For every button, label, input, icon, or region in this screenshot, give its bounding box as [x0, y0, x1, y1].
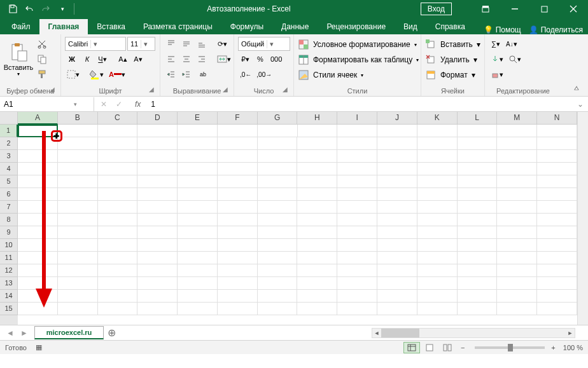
cell[interactable] — [178, 239, 218, 252]
expand-formula-icon[interactable]: ⌄ — [573, 100, 588, 109]
dialog-launcher-icon[interactable]: ◢ — [281, 86, 290, 95]
cell[interactable] — [377, 137, 417, 150]
save-icon[interactable] — [5, 1, 20, 17]
cell[interactable] — [58, 303, 98, 315]
cell[interactable] — [458, 175, 498, 188]
comma-icon[interactable]: 000 — [269, 52, 284, 66]
cell[interactable] — [297, 188, 337, 201]
cell[interactable] — [377, 150, 417, 163]
row-header[interactable]: 10 — [0, 239, 18, 252]
dialog-launcher-icon[interactable]: ◢ — [48, 86, 57, 95]
cell[interactable] — [18, 214, 58, 226]
cell[interactable] — [417, 277, 458, 290]
tab-view[interactable]: Вид — [395, 19, 426, 34]
cell[interactable] — [98, 188, 138, 201]
share-button[interactable]: 👤Поделиться — [529, 25, 583, 34]
cell[interactable] — [137, 290, 178, 303]
cell[interactable] — [497, 303, 537, 315]
cell[interactable] — [458, 226, 498, 239]
align-left-icon[interactable] — [164, 52, 178, 66]
cell[interactable] — [258, 290, 298, 303]
cell[interactable] — [178, 125, 218, 137]
cell[interactable] — [178, 150, 218, 163]
cell[interactable] — [337, 214, 377, 226]
column-header[interactable]: C — [98, 112, 138, 125]
cell[interactable] — [178, 264, 218, 277]
cell[interactable] — [98, 201, 138, 214]
row-header[interactable]: 3 — [0, 150, 18, 163]
cell[interactable] — [58, 290, 98, 303]
column-header[interactable]: M — [497, 112, 537, 125]
cell[interactable] — [18, 150, 58, 163]
cell[interactable] — [178, 175, 218, 188]
cell[interactable] — [18, 175, 58, 188]
cancel-formula-icon[interactable]: ✕ — [101, 100, 107, 109]
find-icon[interactable]: ▾ — [507, 52, 523, 66]
cell[interactable] — [337, 252, 377, 264]
column-header[interactable]: L — [458, 112, 498, 125]
format-painter-icon[interactable] — [35, 67, 49, 81]
select-all-corner[interactable] — [0, 112, 18, 125]
cell[interactable] — [337, 264, 377, 277]
row-header[interactable]: 2 — [0, 137, 18, 150]
column-header[interactable]: G — [258, 112, 298, 125]
cell[interactable] — [458, 137, 498, 150]
cell[interactable] — [18, 226, 58, 239]
cell[interactable] — [258, 277, 298, 290]
cell[interactable] — [497, 188, 537, 201]
cell[interactable] — [258, 226, 298, 239]
cell[interactable] — [258, 214, 298, 226]
decrease-decimal-icon[interactable]: ,00→ — [255, 67, 274, 81]
cell[interactable] — [137, 125, 178, 137]
cell[interactable] — [218, 125, 258, 137]
cell[interactable] — [417, 188, 458, 201]
cell[interactable] — [297, 150, 337, 163]
column-header[interactable]: H — [297, 112, 337, 125]
maximize-icon[interactable] — [529, 0, 559, 18]
orientation-icon[interactable]: ⟳▾ — [215, 37, 229, 51]
cell[interactable] — [18, 303, 58, 315]
cell[interactable] — [297, 163, 337, 175]
cell[interactable] — [137, 239, 178, 252]
cell[interactable] — [497, 264, 537, 277]
cell[interactable] — [497, 239, 537, 252]
cell[interactable] — [458, 201, 498, 214]
cell[interactable] — [377, 290, 417, 303]
cell[interactable] — [218, 188, 258, 201]
tab-data[interactable]: Данные — [272, 19, 318, 34]
cell[interactable] — [18, 290, 58, 303]
percent-icon[interactable]: % — [253, 52, 267, 66]
formula-input[interactable] — [147, 100, 573, 109]
autosum-icon[interactable]: ∑▾ — [489, 37, 503, 51]
cell[interactable] — [417, 214, 458, 226]
cell[interactable] — [58, 150, 98, 163]
cell[interactable] — [137, 163, 178, 175]
cell[interactable] — [178, 277, 218, 290]
cell[interactable] — [337, 226, 377, 239]
cell[interactable] — [58, 188, 98, 201]
cell[interactable] — [137, 137, 178, 150]
cell[interactable] — [98, 163, 138, 175]
cell[interactable] — [58, 277, 98, 290]
cell[interactable] — [537, 290, 577, 303]
cell[interactable] — [18, 252, 58, 264]
cell[interactable] — [98, 214, 138, 226]
cell[interactable] — [218, 226, 258, 239]
cell[interactable] — [98, 252, 138, 264]
cell[interactable] — [497, 290, 537, 303]
cell[interactable] — [58, 239, 98, 252]
cell[interactable] — [497, 226, 537, 239]
tab-formulas[interactable]: Формулы — [221, 19, 272, 34]
normal-view-icon[interactable] — [403, 342, 420, 353]
cell[interactable] — [297, 214, 337, 226]
cell[interactable] — [417, 290, 458, 303]
decrease-indent-icon[interactable] — [164, 67, 178, 81]
copy-icon[interactable] — [35, 52, 49, 66]
cell[interactable] — [18, 125, 58, 137]
cell[interactable] — [218, 252, 258, 264]
increase-indent-icon[interactable] — [179, 67, 193, 81]
column-header[interactable]: J — [377, 112, 417, 125]
cell[interactable] — [337, 163, 377, 175]
cell[interactable] — [537, 277, 577, 290]
cell[interactable] — [218, 290, 258, 303]
